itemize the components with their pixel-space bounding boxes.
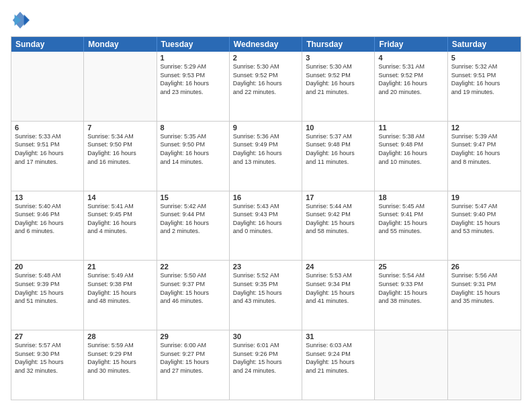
day-cell-15: 15Sunrise: 5:42 AM Sunset: 9:44 PM Dayli…	[157, 191, 230, 261]
day-number: 28	[87, 332, 152, 340]
day-cell-6: 6Sunrise: 5:33 AM Sunset: 9:51 PM Daylig…	[11, 122, 84, 191]
day-number: 5	[451, 54, 517, 62]
week-row-4: 20Sunrise: 5:48 AM Sunset: 9:39 PM Dayli…	[11, 260, 521, 330]
header	[11, 11, 521, 30]
day-info: Sunrise: 5:50 AM Sunset: 9:37 PM Dayligh…	[161, 271, 226, 305]
header-day-saturday: Saturday	[448, 37, 521, 52]
day-cell-2: 2Sunrise: 5:30 AM Sunset: 9:52 PM Daylig…	[230, 52, 302, 121]
day-number: 30	[233, 332, 298, 340]
day-info: Sunrise: 5:31 AM Sunset: 9:52 PM Dayligh…	[378, 62, 443, 96]
day-info: Sunrise: 5:56 AM Sunset: 9:31 PM Dayligh…	[451, 271, 517, 305]
day-cell-1: 1Sunrise: 5:29 AM Sunset: 9:53 PM Daylig…	[157, 52, 230, 121]
day-info: Sunrise: 5:34 AM Sunset: 9:50 PM Dayligh…	[87, 132, 152, 166]
day-cell-11: 11Sunrise: 5:38 AM Sunset: 9:48 PM Dayli…	[375, 122, 447, 191]
day-cell-14: 14Sunrise: 5:41 AM Sunset: 9:45 PM Dayli…	[84, 191, 157, 261]
day-number: 31	[306, 332, 371, 340]
day-info: Sunrise: 5:52 AM Sunset: 9:35 PM Dayligh…	[233, 271, 298, 305]
day-cell-26: 26Sunrise: 5:56 AM Sunset: 9:31 PM Dayli…	[448, 261, 521, 330]
day-number: 7	[87, 124, 152, 132]
day-cell-4: 4Sunrise: 5:31 AM Sunset: 9:52 PM Daylig…	[375, 52, 447, 121]
day-info: Sunrise: 5:37 AM Sunset: 9:48 PM Dayligh…	[306, 132, 371, 166]
day-info: Sunrise: 5:38 AM Sunset: 9:48 PM Dayligh…	[378, 132, 443, 166]
day-info: Sunrise: 5:32 AM Sunset: 9:51 PM Dayligh…	[451, 62, 517, 96]
day-cell-20: 20Sunrise: 5:48 AM Sunset: 9:39 PM Dayli…	[11, 261, 84, 330]
logo-icon	[11, 11, 30, 30]
day-cell-31: 31Sunrise: 6:03 AM Sunset: 9:24 PM Dayli…	[302, 330, 375, 400]
day-cell-21: 21Sunrise: 5:49 AM Sunset: 9:38 PM Dayli…	[84, 261, 157, 330]
day-number: 10	[306, 124, 371, 132]
day-number: 19	[451, 193, 517, 201]
day-number: 9	[233, 124, 298, 132]
header-day-monday: Monday	[84, 37, 157, 52]
day-cell-28: 28Sunrise: 5:59 AM Sunset: 9:29 PM Dayli…	[84, 330, 157, 400]
day-cell-23: 23Sunrise: 5:52 AM Sunset: 9:35 PM Dayli…	[230, 261, 302, 330]
day-number: 25	[378, 263, 443, 271]
page: SundayMondayTuesdayWednesdayThursdayFrid…	[0, 0, 532, 411]
header-day-wednesday: Wednesday	[230, 37, 302, 52]
day-number: 1	[161, 54, 226, 62]
day-info: Sunrise: 5:49 AM Sunset: 9:38 PM Dayligh…	[87, 271, 152, 305]
day-number: 16	[233, 193, 298, 201]
day-cell-22: 22Sunrise: 5:50 AM Sunset: 9:37 PM Dayli…	[157, 261, 230, 330]
day-number: 21	[87, 263, 152, 271]
day-cell-27: 27Sunrise: 5:57 AM Sunset: 9:30 PM Dayli…	[11, 330, 84, 400]
day-info: Sunrise: 6:01 AM Sunset: 9:26 PM Dayligh…	[233, 341, 298, 375]
day-number: 27	[15, 332, 80, 340]
day-info: Sunrise: 5:41 AM Sunset: 9:45 PM Dayligh…	[87, 202, 152, 236]
day-info: Sunrise: 5:43 AM Sunset: 9:43 PM Dayligh…	[233, 202, 298, 236]
day-info: Sunrise: 5:45 AM Sunset: 9:41 PM Dayligh…	[378, 202, 443, 236]
day-cell-9: 9Sunrise: 5:36 AM Sunset: 9:49 PM Daylig…	[230, 122, 302, 191]
day-cell-17: 17Sunrise: 5:44 AM Sunset: 9:42 PM Dayli…	[302, 191, 375, 261]
day-info: Sunrise: 5:33 AM Sunset: 9:51 PM Dayligh…	[15, 132, 80, 166]
day-number: 4	[378, 54, 443, 62]
day-info: Sunrise: 5:29 AM Sunset: 9:53 PM Dayligh…	[161, 62, 226, 96]
day-number: 23	[233, 263, 298, 271]
day-number: 13	[15, 193, 80, 201]
empty-cell	[375, 330, 447, 400]
day-info: Sunrise: 6:03 AM Sunset: 9:24 PM Dayligh…	[306, 341, 371, 375]
day-info: Sunrise: 5:54 AM Sunset: 9:33 PM Dayligh…	[378, 271, 443, 305]
day-info: Sunrise: 5:42 AM Sunset: 9:44 PM Dayligh…	[161, 202, 226, 236]
empty-cell	[11, 52, 84, 121]
day-info: Sunrise: 5:48 AM Sunset: 9:39 PM Dayligh…	[15, 271, 80, 305]
day-info: Sunrise: 5:40 AM Sunset: 9:46 PM Dayligh…	[15, 202, 80, 236]
day-number: 12	[451, 124, 517, 132]
day-cell-3: 3Sunrise: 5:30 AM Sunset: 9:52 PM Daylig…	[302, 52, 375, 121]
day-cell-16: 16Sunrise: 5:43 AM Sunset: 9:43 PM Dayli…	[230, 191, 302, 261]
day-info: Sunrise: 5:30 AM Sunset: 9:52 PM Dayligh…	[306, 62, 371, 96]
day-cell-13: 13Sunrise: 5:40 AM Sunset: 9:46 PM Dayli…	[11, 191, 84, 261]
day-cell-30: 30Sunrise: 6:01 AM Sunset: 9:26 PM Dayli…	[230, 330, 302, 400]
empty-cell	[448, 330, 521, 400]
header-day-sunday: Sunday	[11, 37, 84, 52]
day-info: Sunrise: 5:30 AM Sunset: 9:52 PM Dayligh…	[233, 62, 298, 96]
day-number: 26	[451, 263, 517, 271]
day-info: Sunrise: 5:44 AM Sunset: 9:42 PM Dayligh…	[306, 202, 371, 236]
calendar-body: 1Sunrise: 5:29 AM Sunset: 9:53 PM Daylig…	[11, 52, 521, 400]
day-info: Sunrise: 6:00 AM Sunset: 9:27 PM Dayligh…	[161, 341, 226, 375]
header-day-tuesday: Tuesday	[157, 37, 230, 52]
day-number: 14	[87, 193, 152, 201]
day-number: 29	[161, 332, 226, 340]
day-cell-7: 7Sunrise: 5:34 AM Sunset: 9:50 PM Daylig…	[84, 122, 157, 191]
day-info: Sunrise: 5:59 AM Sunset: 9:29 PM Dayligh…	[87, 341, 152, 375]
logo	[11, 11, 32, 30]
day-cell-25: 25Sunrise: 5:54 AM Sunset: 9:33 PM Dayli…	[375, 261, 447, 330]
day-cell-12: 12Sunrise: 5:39 AM Sunset: 9:47 PM Dayli…	[448, 122, 521, 191]
day-number: 8	[161, 124, 226, 132]
day-info: Sunrise: 5:39 AM Sunset: 9:47 PM Dayligh…	[451, 132, 517, 166]
day-number: 11	[378, 124, 443, 132]
day-number: 20	[15, 263, 80, 271]
day-number: 2	[233, 54, 298, 62]
day-number: 24	[306, 263, 371, 271]
day-info: Sunrise: 5:36 AM Sunset: 9:49 PM Dayligh…	[233, 132, 298, 166]
day-number: 22	[161, 263, 226, 271]
day-info: Sunrise: 5:35 AM Sunset: 9:50 PM Dayligh…	[161, 132, 226, 166]
calendar: SundayMondayTuesdayWednesdayThursdayFrid…	[11, 36, 521, 400]
day-cell-29: 29Sunrise: 6:00 AM Sunset: 9:27 PM Dayli…	[157, 330, 230, 400]
day-number: 18	[378, 193, 443, 201]
day-cell-19: 19Sunrise: 5:47 AM Sunset: 9:40 PM Dayli…	[448, 191, 521, 261]
day-number: 6	[15, 124, 80, 132]
day-cell-8: 8Sunrise: 5:35 AM Sunset: 9:50 PM Daylig…	[157, 122, 230, 191]
week-row-3: 13Sunrise: 5:40 AM Sunset: 9:46 PM Dayli…	[11, 191, 521, 261]
day-info: Sunrise: 5:47 AM Sunset: 9:40 PM Dayligh…	[451, 202, 517, 236]
